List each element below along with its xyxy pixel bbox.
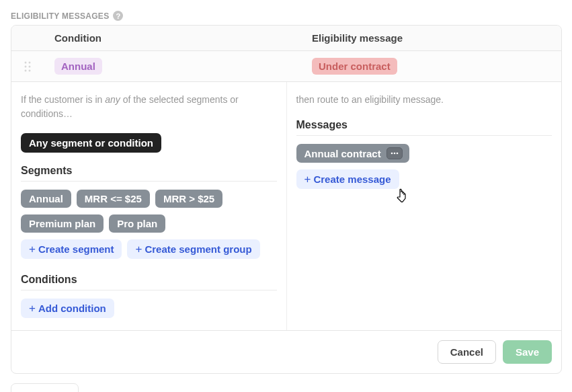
create-segment-button[interactable]: + Create segment	[21, 239, 122, 259]
add-condition-button[interactable]: + Add condition	[21, 299, 114, 318]
segment-chip[interactable]: MRR > $25	[155, 190, 222, 208]
create-segment-label: Create segment	[38, 243, 114, 255]
create-segment-group-label: Create segment group	[145, 243, 251, 255]
plus-icon: +	[19, 389, 26, 392]
save-button[interactable]: Save	[503, 340, 552, 364]
table-header: Condition Eligibility message	[11, 26, 561, 51]
footer-bar: Cancel Save	[11, 330, 561, 373]
message-chip[interactable]: Annual contract	[296, 144, 409, 163]
ellipsis-icon[interactable]	[386, 147, 403, 159]
svg-point-4	[25, 69, 27, 71]
create-message-label: Create message	[313, 173, 391, 185]
svg-point-5	[29, 69, 31, 71]
segment-chip[interactable]: Premium plan	[21, 214, 104, 233]
section-title: ELIGIBILITY MESSAGES ?	[11, 11, 562, 21]
svg-point-0	[25, 61, 27, 63]
left-panel: If the customer is in any of the selecte…	[11, 82, 287, 330]
left-helper-text: If the customer is in any of the selecte…	[21, 93, 277, 121]
plus-icon: +	[304, 173, 311, 185]
svg-point-1	[29, 61, 31, 63]
eligibility-pill[interactable]: Under contract	[312, 58, 397, 75]
segment-chip[interactable]: Pro plan	[109, 214, 165, 233]
column-eligibility-header: Eligibility message	[312, 32, 403, 44]
drag-handle-icon[interactable]	[11, 61, 44, 72]
message-chip-label: Annual contract	[304, 148, 381, 159]
help-icon[interactable]: ?	[113, 11, 123, 21]
add-rule-button[interactable]: + Add rule	[11, 383, 79, 392]
right-helper-text: then route to an eligibility message.	[296, 93, 553, 107]
conditions-heading: Conditions	[21, 274, 277, 290]
rule-row: Annual Under contract	[11, 51, 561, 82]
eligibility-card: Condition Eligibility message Annual Und…	[11, 25, 562, 374]
column-condition-header: Condition	[54, 32, 101, 44]
plus-icon: +	[29, 243, 36, 255]
create-segment-group-button[interactable]: + Create segment group	[127, 239, 259, 259]
segment-chip[interactable]: Annual	[21, 190, 71, 208]
svg-point-8	[396, 153, 398, 155]
condition-pill[interactable]: Annual	[54, 58, 102, 75]
segments-heading: Segments	[21, 165, 277, 182]
svg-point-2	[25, 65, 27, 67]
add-rule-label: Add rule	[29, 390, 70, 393]
svg-point-3	[29, 65, 31, 67]
create-message-button[interactable]: + Create message	[296, 169, 399, 189]
add-condition-label: Add condition	[38, 303, 106, 314]
segment-chip-row-1: Annual MRR <= $25 MRR > $25	[21, 190, 277, 208]
svg-point-7	[393, 153, 395, 155]
segment-chip[interactable]: MRR <= $25	[77, 190, 150, 208]
svg-point-6	[391, 153, 393, 155]
expanded-editor: If the customer is in any of the selecte…	[11, 82, 561, 330]
plus-icon: +	[29, 303, 36, 314]
any-segment-chip[interactable]: Any segment or condition	[21, 133, 161, 153]
messages-heading: Messages	[296, 119, 553, 136]
right-panel: then route to an eligibility message. Me…	[287, 82, 562, 330]
segment-chip-row-2: Premium plan Pro plan	[21, 214, 277, 233]
section-title-text: ELIGIBILITY MESSAGES	[11, 11, 109, 21]
cancel-button[interactable]: Cancel	[438, 340, 496, 364]
plus-icon: +	[135, 243, 142, 255]
